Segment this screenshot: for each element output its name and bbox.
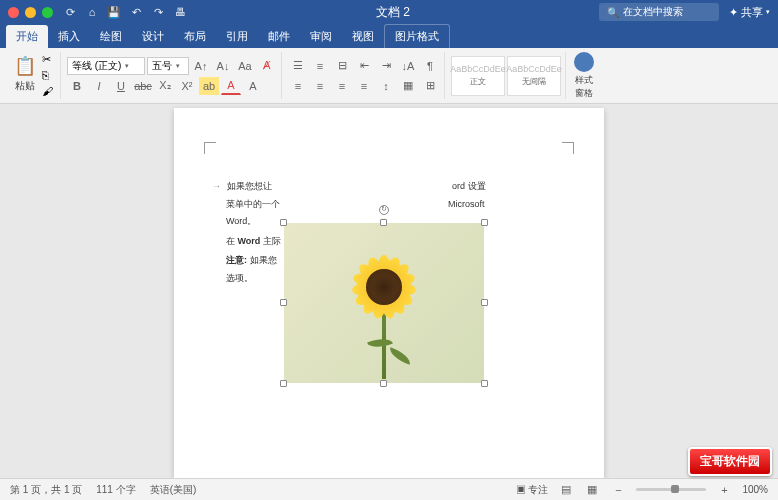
resize-handle-tr[interactable] <box>481 219 488 226</box>
numbering-button[interactable]: ≡ <box>310 57 330 75</box>
search-placeholder: 在文档中搜索 <box>623 5 683 19</box>
print-layout-view-button[interactable]: ▤ <box>558 483 574 497</box>
resize-handle-ml[interactable] <box>280 299 287 306</box>
justify-button[interactable]: ≡ <box>354 77 374 95</box>
resize-handle-br[interactable] <box>481 380 488 387</box>
home-icon[interactable]: ⌂ <box>85 5 99 19</box>
clipboard-icon: 📋 <box>14 55 36 77</box>
share-button[interactable]: ✦ 共享 ▾ <box>729 5 770 20</box>
cut-icon[interactable]: ✂ <box>42 53 56 67</box>
bold-button[interactable]: B <box>67 77 87 95</box>
format-painter-icon[interactable]: 🖌 <box>42 85 56 99</box>
styles-pane-button[interactable]: 样式 窗格 <box>568 50 600 102</box>
close-window-button[interactable] <box>8 7 19 18</box>
copy-icon[interactable]: ⎘ <box>42 69 56 83</box>
tab-references[interactable]: 引用 <box>216 25 258 48</box>
tab-picture-format[interactable]: 图片格式 <box>384 24 450 48</box>
word-count[interactable]: 111 个字 <box>96 483 135 497</box>
document-page[interactable]: →如果您想让XXXXXXXXXXXXXXXXXXXXXXXXXXXXXXord … <box>174 108 604 478</box>
highlight-button[interactable]: ab <box>199 77 219 95</box>
font-group: 等线 (正文)▾ 五号▾ A↑ A↓ Aa A̸ B I U abc X₂ X²… <box>63 52 282 99</box>
tab-layout[interactable]: 布局 <box>174 25 216 48</box>
paragraph-group: ☰ ≡ ⊟ ⇤ ⇥ ↓A ¶ ≡ ≡ ≡ ≡ ↕ ▦ ⊞ <box>284 52 445 99</box>
quick-access-toolbar: ⟳ ⌂ 💾 ↶ ↷ 🖶 <box>63 5 187 19</box>
focus-mode-button[interactable]: ▣ 专注 <box>516 483 549 497</box>
ribbon-tabs: 开始 插入 绘图 设计 布局 引用 邮件 审阅 视图 图片格式 <box>0 24 778 48</box>
margin-crop-tr <box>562 142 574 154</box>
style-normal[interactable]: AaBbCcDdEe 正文 <box>451 56 505 96</box>
change-case-button[interactable]: Aa <box>235 57 255 75</box>
font-name-dropdown[interactable]: 等线 (正文)▾ <box>67 57 145 75</box>
search-input[interactable]: 🔍 在文档中搜索 <box>599 3 719 21</box>
tab-mark-icon: → <box>212 181 221 191</box>
styles-group: AaBbCcDdEe 正文 AaBbCcDdEe 无间隔 <box>447 52 566 99</box>
increase-indent-button[interactable]: ⇥ <box>376 57 396 75</box>
web-layout-view-button[interactable]: ▦ <box>584 483 600 497</box>
share-icon: ✦ <box>729 6 738 19</box>
borders-button[interactable]: ⊞ <box>420 77 440 95</box>
zoom-slider[interactable] <box>636 488 706 491</box>
sunflower-image[interactable] <box>284 223 484 383</box>
redo-icon[interactable]: ↷ <box>151 5 165 19</box>
styles-pane-icon <box>574 52 594 72</box>
tab-design[interactable]: 设计 <box>132 25 174 48</box>
rotate-handle[interactable] <box>379 205 389 215</box>
clipboard-group: 📋 粘贴 ✂ ⎘ 🖌 <box>6 52 61 99</box>
zoom-out-button[interactable]: − <box>610 483 626 497</box>
leaf-shape <box>387 347 413 365</box>
tab-review[interactable]: 审阅 <box>300 25 342 48</box>
clear-formatting-button[interactable]: A̸ <box>257 57 277 75</box>
titlebar: ⟳ ⌂ 💾 ↶ ↷ 🖶 文档 2 🔍 在文档中搜索 ✦ 共享 ▾ <box>0 0 778 24</box>
language[interactable]: 英语(美国) <box>150 483 197 497</box>
multilevel-button[interactable]: ⊟ <box>332 57 352 75</box>
resize-handle-mr[interactable] <box>481 299 488 306</box>
watermark-badge: 宝哥软件园 <box>688 447 772 476</box>
tab-view[interactable]: 视图 <box>342 25 384 48</box>
zoom-in-button[interactable]: + <box>716 483 732 497</box>
zoom-slider-thumb[interactable] <box>671 485 679 493</box>
margin-crop-tl <box>204 142 216 154</box>
bullets-button[interactable]: ☰ <box>288 57 308 75</box>
font-size-dropdown[interactable]: 五号▾ <box>147 57 189 75</box>
line-spacing-button[interactable]: ↕ <box>376 77 396 95</box>
document-workspace[interactable]: →如果您想让XXXXXXXXXXXXXXXXXXXXXXXXXXXXXXord … <box>0 104 778 478</box>
resize-handle-tl[interactable] <box>280 219 287 226</box>
strikethrough-button[interactable]: abc <box>133 77 153 95</box>
selected-image[interactable] <box>284 223 484 383</box>
decrease-indent-button[interactable]: ⇤ <box>354 57 374 75</box>
italic-button[interactable]: I <box>89 77 109 95</box>
chevron-down-icon: ▾ <box>125 62 129 70</box>
align-center-button[interactable]: ≡ <box>310 77 330 95</box>
subscript-button[interactable]: X₂ <box>155 77 175 95</box>
align-right-button[interactable]: ≡ <box>332 77 352 95</box>
resize-handle-bl[interactable] <box>280 380 287 387</box>
chevron-down-icon: ▾ <box>176 62 180 70</box>
ribbon: 📋 粘贴 ✂ ⎘ 🖌 等线 (正文)▾ 五号▾ A↑ A↓ Aa A̸ B <box>0 48 778 104</box>
tab-draw[interactable]: 绘图 <box>90 25 132 48</box>
font-color-button[interactable]: A <box>221 77 241 95</box>
resize-handle-tm[interactable] <box>380 219 387 226</box>
paste-button[interactable]: 📋 粘贴 <box>10 53 40 95</box>
shading-button[interactable]: ▦ <box>398 77 418 95</box>
minimize-window-button[interactable] <box>25 7 36 18</box>
print-icon[interactable]: 🖶 <box>173 5 187 19</box>
text-effects-button[interactable]: A <box>243 77 263 95</box>
resize-handle-bm[interactable] <box>380 380 387 387</box>
superscript-button[interactable]: X² <box>177 77 197 95</box>
tab-home[interactable]: 开始 <box>6 25 48 48</box>
tab-insert[interactable]: 插入 <box>48 25 90 48</box>
maximize-window-button[interactable] <box>42 7 53 18</box>
align-left-button[interactable]: ≡ <box>288 77 308 95</box>
sort-button[interactable]: ↓A <box>398 57 418 75</box>
undo-icon[interactable]: ↶ <box>129 5 143 19</box>
save-icon[interactable]: 💾 <box>107 5 121 19</box>
style-no-spacing[interactable]: AaBbCcDdEe 无间隔 <box>507 56 561 96</box>
decrease-font-button[interactable]: A↓ <box>213 57 233 75</box>
tab-mailings[interactable]: 邮件 <box>258 25 300 48</box>
page-count[interactable]: 第 1 页，共 1 页 <box>10 483 82 497</box>
zoom-percent[interactable]: 100% <box>742 484 768 495</box>
underline-button[interactable]: U <box>111 77 131 95</box>
increase-font-button[interactable]: A↑ <box>191 57 211 75</box>
show-marks-button[interactable]: ¶ <box>420 57 440 75</box>
autosave-icon[interactable]: ⟳ <box>63 5 77 19</box>
